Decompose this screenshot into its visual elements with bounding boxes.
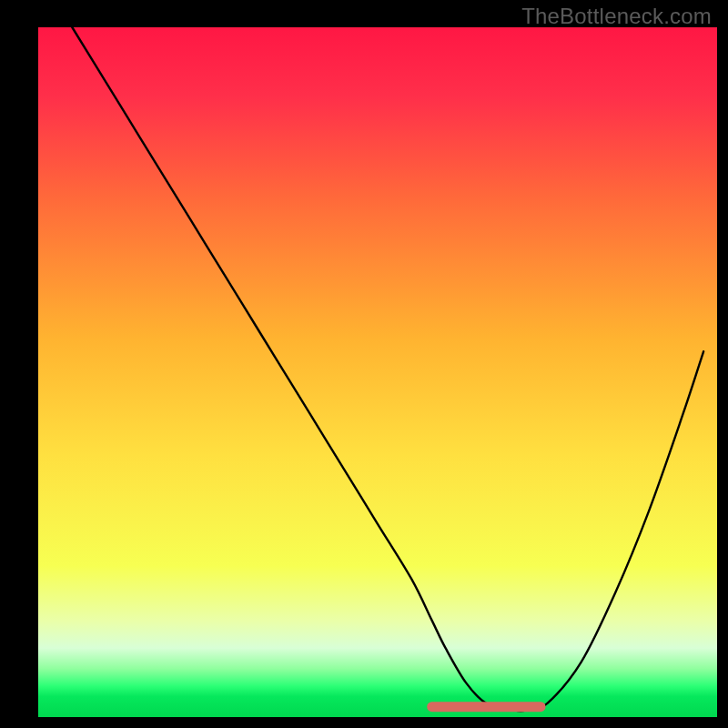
chart-frame: TheBottleneck.com [0, 0, 728, 728]
bottleneck-chart [0, 0, 728, 728]
watermark-text: TheBottleneck.com [521, 4, 712, 29]
plot-background [38, 27, 717, 717]
